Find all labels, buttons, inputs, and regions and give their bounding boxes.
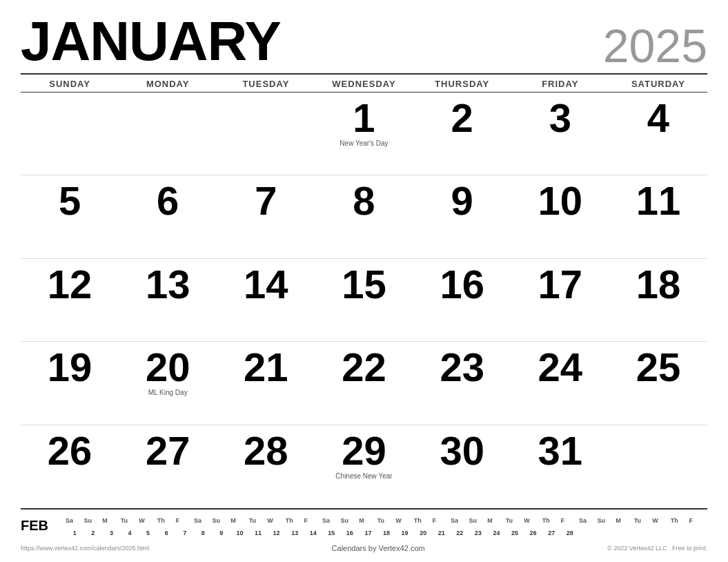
mini-day-cell — [616, 529, 634, 537]
mini-day-cell: 11 — [249, 529, 268, 537]
mini-header-cell: Tu — [249, 516, 268, 525]
mini-header-cell: F — [689, 516, 707, 525]
calendar-cell-21: 21 — [217, 342, 315, 425]
calendar-cell-20: 20ML King Day — [119, 342, 217, 425]
mini-header-cell: F — [175, 516, 194, 525]
mini-header-cell: W — [524, 516, 542, 525]
calendar-cell-6: 6 — [119, 175, 217, 258]
calendar-page: JANUARY 2025 SUNDAYMONDAYTUESDAYWEDNESDA… — [0, 0, 728, 562]
mini-day-cell — [652, 529, 671, 537]
mini-header-cell: Th — [157, 516, 176, 525]
mini-header-cell: Sa — [66, 516, 84, 525]
calendar-cell-5: 5 — [21, 175, 119, 258]
calendar-cell-14: 14 — [217, 259, 315, 342]
mini-day-cell: 28 — [560, 529, 579, 537]
day-number: 8 — [353, 181, 375, 221]
footer-copyright: © 2022 Vertex42 LLC . Free to print. — [607, 545, 707, 552]
calendar-cell-13: 13 — [119, 259, 217, 342]
mini-header-cell: Tu — [121, 516, 139, 525]
calendar-cell-25: 25 — [609, 342, 707, 425]
mini-day-cell: 27 — [542, 529, 561, 537]
day-number: 27 — [146, 431, 190, 471]
calendar-cell-10: 10 — [511, 175, 609, 258]
mini-header-cell: Tu — [634, 516, 653, 525]
day-number: 20 — [146, 347, 190, 387]
mini-day-cell: 1 — [66, 529, 84, 537]
day-number: 5 — [59, 181, 81, 221]
day-number: 13 — [146, 264, 190, 304]
mini-days-grid: 1234567891011121314151617181920212223242… — [66, 529, 707, 537]
mini-header-cell: F — [560, 516, 579, 525]
calendar-cell-24: 24 — [511, 342, 609, 425]
mini-header-cell: W — [139, 516, 157, 525]
mini-day-cell: 22 — [451, 529, 469, 537]
mini-day-cell: 2 — [84, 529, 103, 537]
day-number: 9 — [451, 181, 473, 221]
calendar-cell-8: 8 — [315, 175, 413, 258]
mini-header-cell: Th — [671, 516, 689, 525]
mini-header-cell: F — [432, 516, 451, 525]
mini-header-cell: Th — [542, 516, 561, 525]
calendar-cell-12: 12 — [21, 259, 119, 342]
calendar-cell-30: 30 — [413, 425, 511, 508]
mini-day-cell: 25 — [506, 529, 524, 537]
mini-day-cell: 19 — [395, 529, 414, 537]
mini-day-cell: 3 — [102, 529, 121, 537]
mini-day-cell: 6 — [157, 529, 176, 537]
mini-day-cell: 18 — [377, 529, 396, 537]
calendar-cell-9: 9 — [413, 175, 511, 258]
mini-header-cell: M — [487, 516, 506, 525]
mini-header-cell: M — [359, 516, 377, 525]
mini-header-cell: M — [102, 516, 121, 525]
day-number: 12 — [48, 264, 92, 304]
day-number: 2 — [451, 98, 473, 138]
day-number: 15 — [342, 264, 386, 304]
mini-header-cell: W — [395, 516, 414, 525]
day-header-wednesday: WEDNESDAY — [315, 79, 413, 89]
calendar-footer: https://www.vertex42.com/calendars/2025.… — [21, 540, 707, 555]
day-headers-row: SUNDAYMONDAYTUESDAYWEDNESDAYTHURSDAYFRID… — [21, 73, 707, 93]
year-title: 2025 — [603, 22, 707, 69]
calendar-cell-23: 23 — [413, 342, 511, 425]
mini-day-cell: 12 — [267, 529, 286, 537]
mini-day-cell — [689, 529, 707, 537]
month-title: JANUARY — [21, 14, 281, 69]
mini-header-cell: Su — [598, 516, 616, 525]
day-number: 11 — [636, 181, 681, 221]
calendar-cell-31: 31 — [511, 425, 609, 508]
calendar-cell-2: 2 — [413, 93, 511, 175]
calendar-cell-19: 19 — [21, 342, 119, 425]
calendar-cell-empty — [609, 425, 707, 508]
holiday-label: ML King Day — [148, 389, 188, 397]
mini-header-cell: Th — [286, 516, 304, 525]
day-number: 21 — [244, 347, 288, 387]
mini-month-label: FEB — [21, 516, 66, 534]
mini-day-cell: 20 — [414, 529, 433, 537]
mini-day-cell: 14 — [304, 529, 322, 537]
mini-day-cell: 9 — [213, 529, 231, 537]
day-number: 1 — [353, 98, 375, 138]
mini-header-cell: M — [230, 516, 249, 525]
mini-day-cell: 5 — [139, 529, 157, 537]
calendar-grid: 1New Year's Day2345678910111213141516171… — [21, 93, 707, 508]
calendar-cell-27: 27 — [119, 425, 217, 508]
calendar-cell-empty — [119, 93, 217, 175]
mini-day-cell: 10 — [230, 529, 249, 537]
mini-day-cell — [579, 529, 598, 537]
mini-day-cell: 24 — [487, 529, 506, 537]
mini-header-cell: Sa — [194, 516, 213, 525]
mini-day-cell — [671, 529, 689, 537]
day-number: 30 — [440, 431, 484, 471]
day-number: 4 — [647, 98, 669, 138]
mini-day-cell — [598, 529, 616, 537]
mini-day-cell: 7 — [175, 529, 194, 537]
day-number: 31 — [538, 431, 583, 471]
day-header-saturday: SATURDAY — [609, 79, 707, 89]
calendar-cell-empty — [21, 93, 119, 175]
calendar-cell-16: 16 — [413, 259, 511, 342]
mini-header-cell: Tu — [506, 516, 524, 525]
calendar-cell-4: 4 — [609, 93, 707, 175]
calendar-cell-28: 28 — [217, 425, 315, 508]
calendar-header: JANUARY 2025 — [21, 14, 707, 69]
calendar-cell-1: 1New Year's Day — [315, 93, 413, 175]
